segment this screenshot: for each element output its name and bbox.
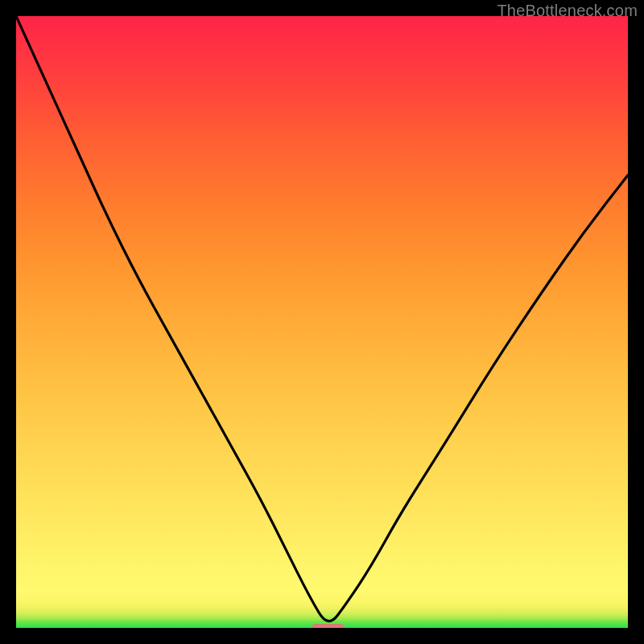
bottleneck-curve [16, 16, 628, 628]
watermark-text: TheBottleneck.com [497, 2, 638, 20]
trough-marker [312, 624, 345, 628]
chart-frame: TheBottleneck.com [0, 0, 644, 644]
plot-area [16, 16, 628, 628]
